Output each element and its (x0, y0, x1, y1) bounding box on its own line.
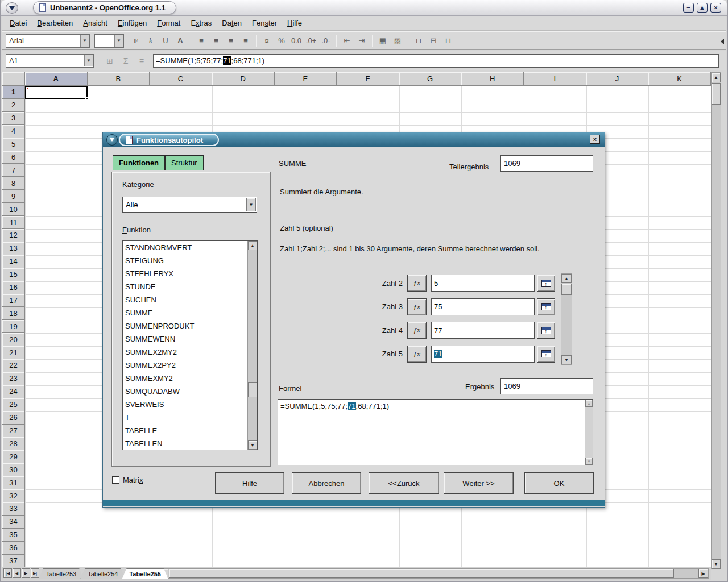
first-sheet-icon[interactable]: |◀ (3, 568, 12, 578)
align-top-icon[interactable]: ⊓ (412, 34, 425, 48)
row-header[interactable]: 16 (2, 281, 25, 294)
standard-format-icon[interactable]: 0.0 (289, 34, 303, 48)
italic-icon[interactable]: k (144, 34, 158, 48)
function-list-item[interactable]: SVERWEIS (123, 398, 247, 411)
dialog-close-button[interactable]: × (590, 135, 600, 144)
prev-sheet-icon[interactable]: ◀ (13, 568, 21, 578)
align-right-icon[interactable]: ≡ (224, 34, 238, 48)
last-sheet-icon[interactable]: ▶| (31, 568, 39, 578)
column-header[interactable]: C (150, 72, 212, 86)
row-header[interactable]: 2 (2, 99, 25, 112)
row-header[interactable]: 15 (2, 268, 25, 281)
horizontal-scroll-thumb[interactable] (169, 569, 674, 578)
sheet-tab[interactable]: Tabelle253 (39, 568, 84, 579)
function-list-item[interactable]: STUNDE (123, 280, 247, 293)
next-sheet-icon[interactable]: ▶ (22, 568, 30, 578)
row-header[interactable]: 7 (2, 164, 25, 177)
dialog-tab[interactable]: Funktionen (113, 155, 165, 170)
row-header[interactable]: 37 (2, 555, 25, 568)
function-list-item[interactable]: T (123, 411, 247, 424)
row-header[interactable]: 12 (2, 229, 25, 242)
function-listbox[interactable]: STANDNORMVERTSTEIGUNGSTFEHLERYXSTUNDESUC… (122, 240, 258, 450)
row-header[interactable]: 14 (2, 255, 25, 268)
argument-input[interactable]: 5 (431, 275, 535, 292)
chevron-down-icon[interactable]: ▼ (84, 55, 93, 66)
argument-input[interactable]: 71 (431, 346, 535, 363)
row-header[interactable]: 22 (2, 359, 25, 372)
borders-icon[interactable]: ▦ (376, 34, 390, 48)
row-header[interactable]: 32 (2, 489, 25, 502)
column-header[interactable]: D (212, 72, 275, 86)
row-header[interactable]: 24 (2, 385, 25, 398)
column-header[interactable]: G (399, 72, 462, 86)
chevron-down-icon[interactable]: ▼ (246, 198, 256, 211)
align-vcenter-icon[interactable]: ⊟ (427, 34, 440, 48)
sum-icon[interactable]: Σ (119, 55, 133, 67)
decrease-indent-icon[interactable]: ⇤ (340, 34, 354, 48)
function-list-item[interactable]: STFEHLERYX (123, 267, 247, 280)
column-header[interactable]: I (524, 72, 586, 86)
row-header[interactable]: 34 (2, 516, 25, 529)
font-size-combo[interactable]: ▼ (94, 34, 124, 48)
scroll-up-icon[interactable]: ▲ (248, 241, 257, 250)
vertical-scrollbar[interactable]: ▲ ▼ (711, 72, 721, 569)
shrink-button[interactable] (537, 346, 555, 363)
percent-format-icon[interactable]: % (275, 34, 288, 48)
toolbar-overflow-icon[interactable] (718, 39, 724, 44)
align-left-icon[interactable]: ≡ (195, 34, 208, 48)
menu-item-fenster[interactable]: Fenster (247, 16, 282, 30)
argument-input[interactable]: 77 (431, 322, 535, 339)
sheet-tab[interactable]: Tabelle255 (122, 568, 168, 579)
function-wizard-button[interactable]: ƒx (407, 346, 427, 363)
select-all-corner[interactable] (2, 72, 25, 86)
column-header[interactable]: A (25, 72, 88, 86)
scroll-up-icon[interactable]: ▲ (585, 400, 593, 407)
maximize-button[interactable]: ▲ (697, 3, 708, 13)
argument-input[interactable]: 75 (431, 298, 535, 315)
row-header[interactable]: 23 (2, 372, 25, 385)
row-header[interactable]: 4 (2, 125, 25, 138)
scroll-down-icon[interactable]: ▼ (248, 440, 257, 450)
function-list-item[interactable]: SUMMEXMY2 (123, 372, 247, 385)
menu-item-ansicht[interactable]: Ansicht (78, 16, 113, 30)
row-header[interactable]: 26 (2, 411, 25, 425)
column-header[interactable]: B (88, 72, 150, 86)
function-list-item[interactable]: SUMMEX2MY2 (123, 346, 247, 359)
formula-input[interactable]: =SUMME(1;5;75;77;71;68;771;1) (153, 54, 719, 68)
row-header[interactable]: 20 (2, 333, 25, 346)
chevron-down-icon[interactable]: ▼ (114, 35, 123, 47)
function-list-item[interactable]: SUMMENPRODUKT (123, 319, 247, 332)
shrink-button[interactable] (537, 275, 555, 292)
cell-reference-box[interactable]: A1 ▼ (6, 54, 94, 68)
font-color-icon[interactable]: A (173, 34, 187, 48)
row-header[interactable]: 6 (2, 151, 25, 164)
font-name-combo[interactable]: Arial ▼ (6, 34, 90, 48)
column-header[interactable]: E (275, 72, 337, 86)
dialog-menu-button[interactable] (106, 134, 118, 146)
add-decimal-icon[interactable]: .0+ (304, 34, 318, 48)
column-header[interactable]: J (586, 72, 649, 86)
increase-indent-icon[interactable]: ⇥ (355, 34, 369, 48)
formel-textarea[interactable]: =SUMME(1;5;75;77;71;68;771;1) ▲ ▼ (278, 399, 593, 465)
row-header[interactable]: 3 (2, 112, 25, 125)
row-header[interactable]: 5 (2, 138, 25, 151)
align-center-icon[interactable]: ≡ (209, 34, 223, 48)
function-list-item[interactable]: SUMQUADABW (123, 385, 247, 398)
row-header[interactable]: 21 (2, 346, 25, 359)
function-list-item[interactable]: TABELLE (123, 424, 247, 437)
ok-button[interactable]: OK (524, 472, 594, 494)
argument-scrollbar[interactable]: ▲ ▼ (561, 273, 572, 365)
function-autopilot-icon[interactable]: ⊞ (103, 55, 117, 67)
sheet-tab[interactable]: Tabelle254 (80, 568, 125, 579)
align-bottom-icon[interactable]: ⊔ (441, 34, 455, 48)
row-header[interactable]: 35 (2, 529, 25, 542)
fill-handle[interactable] (85, 97, 88, 100)
title-pill[interactable]: Unbenannt2 - OpenOffice.org 1.1 (33, 1, 176, 14)
function-equals-icon[interactable]: = (135, 55, 148, 67)
close-button[interactable]: × (710, 3, 721, 13)
vertical-scroll-thumb[interactable] (712, 83, 721, 105)
menu-item-hilfe[interactable]: Hilfe (282, 16, 307, 30)
window-menu-button[interactable] (6, 2, 18, 14)
scroll-down-icon[interactable]: ▼ (712, 559, 721, 569)
dialog-tab[interactable]: Struktur (165, 155, 204, 170)
